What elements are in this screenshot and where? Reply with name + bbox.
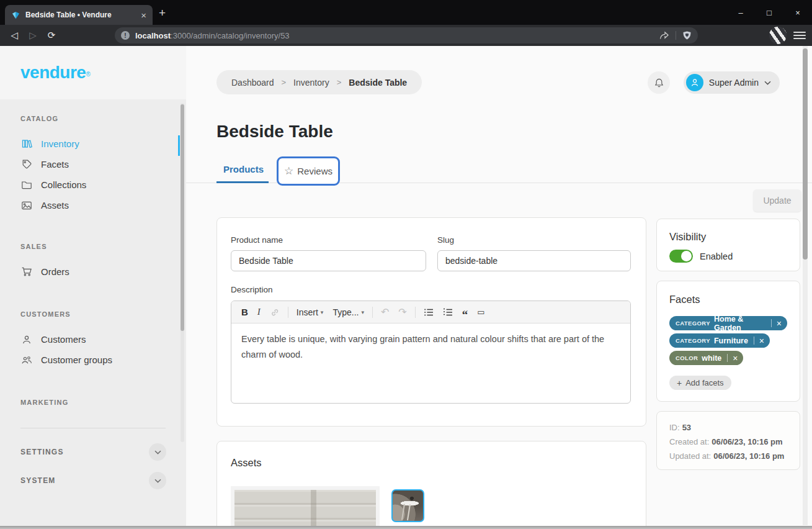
editor-toolbar: B I Insert ▾ Type... bbox=[231, 301, 630, 323]
divider bbox=[415, 307, 416, 318]
created-label: Created at: bbox=[669, 437, 709, 446]
forward-button[interactable]: ▷ bbox=[24, 30, 42, 41]
share-icon[interactable] bbox=[659, 30, 669, 40]
nav-section-customers: CUSTOMERS bbox=[20, 310, 186, 318]
insert-label: Insert bbox=[297, 307, 318, 317]
sidebar-item-customer-groups[interactable]: Customer groups bbox=[0, 350, 186, 370]
created-value: 06/06/23, 10:16 pm bbox=[712, 437, 782, 446]
brave-shield-icon[interactable] bbox=[682, 30, 692, 40]
visibility-heading: Visibility bbox=[669, 231, 787, 243]
redo-button[interactable]: ↷ bbox=[397, 306, 408, 318]
description-text[interactable]: Every table is unique, with varying grai… bbox=[231, 323, 630, 371]
sidebar-nav: CATALOG Inventory bbox=[0, 99, 186, 529]
reload-button[interactable]: ⟳ bbox=[42, 30, 61, 41]
divider bbox=[372, 307, 373, 318]
updated-at-row: Updated at:06/06/23, 10:16 pm bbox=[669, 449, 787, 463]
plus-icon: + bbox=[677, 378, 682, 388]
site-info-icon[interactable]: ! bbox=[121, 31, 130, 40]
folder-icon bbox=[20, 180, 33, 190]
ordered-list-button[interactable] bbox=[442, 308, 454, 317]
user-menu[interactable]: Super Admin bbox=[684, 71, 780, 94]
enabled-toggle[interactable] bbox=[669, 250, 693, 263]
sidebar-section-settings[interactable]: SETTINGS bbox=[0, 438, 186, 466]
minimize-button[interactable]: – bbox=[726, 0, 755, 25]
breadcrumb-dashboard[interactable]: Dashboard bbox=[231, 78, 274, 88]
sidebar-section-system[interactable]: SYSTEM bbox=[0, 466, 186, 495]
link-icon[interactable] bbox=[269, 307, 281, 317]
sidebar-item-label: Inventory bbox=[41, 138, 79, 149]
tab-reviews[interactable]: ☆ Reviews bbox=[277, 156, 340, 186]
browser-tab[interactable]: Bedside Table • Vendure × bbox=[5, 5, 153, 25]
divider bbox=[676, 31, 676, 40]
vendure-favicon-icon bbox=[11, 11, 20, 20]
undo-button[interactable]: ↶ bbox=[380, 306, 390, 318]
asset-thumbnail-selected[interactable] bbox=[391, 489, 424, 522]
tab-products[interactable]: Products bbox=[223, 164, 264, 174]
entity-info-card: ID:53 Created at:06/06/23, 10:16 pm Upda… bbox=[656, 411, 800, 470]
updated-value: 06/06/23, 10:16 pm bbox=[713, 451, 784, 461]
update-button[interactable]: Update bbox=[753, 189, 801, 212]
remove-facet-button[interactable]: × bbox=[772, 319, 787, 328]
bullet-list-button[interactable] bbox=[422, 308, 435, 317]
sidebar-item-label: Customers bbox=[41, 334, 86, 345]
tag-icon bbox=[20, 159, 33, 170]
browser-menu-icon[interactable] bbox=[792, 28, 807, 43]
italic-button[interactable]: I bbox=[256, 307, 262, 317]
facet-value: Furniture bbox=[714, 337, 748, 345]
bold-button[interactable]: B bbox=[240, 307, 249, 317]
slug-input[interactable] bbox=[437, 250, 631, 271]
block-element-button[interactable]: ▭ bbox=[476, 307, 486, 317]
star-icon: ☆ bbox=[284, 166, 293, 176]
breadcrumb-current: Bedside Table bbox=[349, 78, 407, 88]
maximize-button[interactable]: □ bbox=[755, 0, 783, 25]
window-bottom-edge bbox=[0, 526, 812, 529]
divider bbox=[288, 307, 288, 318]
user-icon bbox=[20, 335, 33, 345]
sidebar-item-assets[interactable]: Assets bbox=[0, 195, 186, 215]
nav-section-marketing: MARKETING bbox=[20, 399, 186, 406]
sidebar-item-label: Collections bbox=[41, 179, 86, 190]
insert-dropdown[interactable]: Insert ▾ bbox=[295, 307, 325, 317]
facets-heading: Facets bbox=[669, 294, 787, 305]
featured-asset-preview[interactable] bbox=[231, 486, 380, 529]
sidebar-item-label: Orders bbox=[41, 266, 69, 277]
sidebar-item-inventory[interactable]: Inventory bbox=[0, 133, 186, 154]
breadcrumb-inventory[interactable]: Inventory bbox=[293, 78, 329, 88]
type-label: Type... bbox=[332, 307, 359, 317]
updated-label: Updated at: bbox=[669, 451, 711, 461]
chevron-down-icon bbox=[764, 81, 771, 85]
profile-avatar[interactable] bbox=[769, 27, 787, 44]
tab-close-button[interactable]: × bbox=[141, 11, 146, 20]
logo-registered-mark: ® bbox=[86, 71, 90, 78]
vendure-logo[interactable]: vendure® bbox=[0, 46, 186, 99]
sidebar-item-collections[interactable]: Collections bbox=[0, 174, 186, 195]
sidebar-scrollbar-thumb[interactable] bbox=[181, 104, 184, 331]
breadcrumb-separator: > bbox=[337, 78, 342, 87]
remove-facet-button[interactable]: × bbox=[754, 337, 770, 345]
active-tab-underline bbox=[216, 181, 269, 183]
visibility-card: Visibility Enabled bbox=[656, 219, 800, 271]
visibility-toggle-row: Enabled bbox=[669, 250, 787, 263]
section-label: SETTINGS bbox=[20, 448, 64, 456]
section-label: SYSTEM bbox=[20, 476, 56, 485]
sidebar-item-label: Assets bbox=[41, 200, 69, 210]
chevron-down-icon[interactable] bbox=[149, 443, 166, 461]
close-button[interactable]: × bbox=[783, 0, 812, 25]
chevron-down-icon[interactable] bbox=[149, 472, 166, 489]
sidebar-item-customers[interactable]: Customers bbox=[0, 329, 186, 350]
add-facets-button[interactable]: + Add facets bbox=[669, 376, 731, 390]
new-tab-button[interactable]: + bbox=[159, 6, 166, 20]
remove-facet-button[interactable]: × bbox=[728, 354, 743, 363]
type-dropdown[interactable]: Type... ▾ bbox=[331, 307, 365, 317]
product-name-input[interactable] bbox=[231, 250, 426, 271]
address-bar[interactable]: ! localhost:3000/admin/catalog/inventory… bbox=[115, 27, 698, 43]
breadcrumb-separator: > bbox=[282, 78, 287, 87]
notifications-button[interactable] bbox=[648, 71, 670, 94]
sidebar-item-facets[interactable]: Facets bbox=[0, 154, 186, 174]
blockquote-button[interactable]: “ bbox=[461, 306, 470, 318]
page-scrollbar-thumb[interactable] bbox=[803, 48, 808, 260]
sidebar-item-orders[interactable]: Orders bbox=[0, 261, 186, 282]
back-button[interactable]: ◁ bbox=[5, 30, 24, 41]
library-icon bbox=[20, 138, 33, 149]
breadcrumb: Dashboard > Inventory > Bedside Table bbox=[216, 70, 422, 94]
